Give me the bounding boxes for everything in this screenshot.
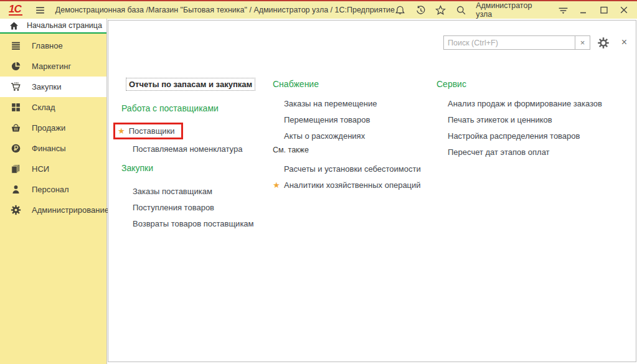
sidebar-item-label: Администрирование — [32, 205, 109, 215]
see-also-label: См. также — [273, 146, 432, 154]
sidebar-item-sklad[interactable]: Склад — [0, 97, 106, 118]
group-header-supply: Снабжение — [273, 79, 432, 89]
favorites-star-icon[interactable] — [435, 4, 446, 16]
sidebar-item-personal[interactable]: Персонал — [0, 179, 106, 200]
sidebar-item-administrirovanie[interactable]: Администрирование — [0, 200, 106, 220]
reports-stock-purchases-button[interactable]: Отчеты по запасам и закупкам — [126, 78, 255, 91]
favorite-star-icon: ★ — [118, 126, 125, 136]
panel-settings-gear-icon[interactable] — [597, 37, 610, 49]
sidebar-item-glavnoe[interactable]: Главное — [0, 35, 106, 56]
sidebar: Начальная страница Главное Маркетинг Зак… — [0, 19, 107, 364]
section-menu-panel: × × Отчеты по запасам и закупкам Работа … — [108, 20, 636, 362]
sidebar-item-label: НСИ — [32, 164, 49, 174]
sidebar-item-marketing[interactable]: Маркетинг — [0, 56, 106, 77]
close-window-button[interactable] — [618, 4, 630, 16]
link-cost-calculations[interactable]: Расчеты и установки себестоимости — [273, 161, 432, 177]
link-operation-analytics[interactable]: ★ Аналитики хозяйственных операций — [273, 177, 432, 193]
group-header-suppliers-work: Работа с поставщиками — [121, 103, 268, 113]
panel-close-icon[interactable]: × — [621, 36, 627, 49]
history-icon[interactable] — [415, 4, 427, 16]
sidebar-item-label: Финансы — [32, 144, 66, 153]
sidebar-item-nsi[interactable]: НСИ — [0, 159, 106, 179]
group-header-service: Сервис — [436, 79, 637, 89]
home-page-tab[interactable]: Начальная страница — [0, 19, 106, 34]
link-sales-analysis[interactable]: Анализ продаж и формирование заказов — [436, 95, 637, 111]
home-page-label: Начальная страница — [27, 21, 102, 30]
maximize-button[interactable] — [598, 4, 610, 16]
search-input[interactable] — [443, 35, 575, 50]
link-move-orders[interactable]: Заказы на перемещение — [273, 95, 432, 111]
1c-logo-icon[interactable]: 1С — [9, 4, 22, 16]
menu-lines-icon — [11, 40, 21, 51]
group-header-purchases: Закупки — [121, 163, 268, 173]
link-goods-movements[interactable]: Перемещения товаров — [273, 111, 432, 128]
cart-icon — [11, 82, 21, 92]
sidebar-item-prodazhi[interactable]: Продажи — [0, 118, 106, 138]
home-icon — [9, 21, 19, 30]
service-menu-icon[interactable] — [558, 4, 569, 16]
favorite-star-icon: ★ — [273, 180, 280, 190]
titlebar: 1С Демонстрационная база /Магазин "Бытов… — [0, 1, 637, 19]
notifications-bell-icon[interactable] — [395, 4, 406, 16]
search-group: × — [443, 35, 590, 50]
link-label: Аналитики хозяйственных операций — [284, 180, 421, 190]
person-icon — [11, 184, 21, 195]
basket-icon — [11, 123, 21, 133]
sidebar-item-zakupki[interactable]: Закупки — [0, 77, 106, 97]
current-user-label[interactable]: Администратор узла — [476, 1, 549, 19]
link-discrepancy-acts[interactable]: Акты о расхождениях — [273, 128, 432, 144]
sidebar-item-label: Главное — [32, 41, 63, 50]
link-orders-to-suppliers[interactable]: Заказы поставщикам — [121, 183, 268, 199]
column-supply: Снабжение Заказы на перемещение Перемеще… — [273, 79, 432, 193]
sidebar-item-label: Закупки — [32, 82, 61, 91]
search-clear-icon[interactable]: × — [575, 35, 590, 50]
highlight-box: ★ Поставщики — [113, 123, 183, 139]
link-distribution-setup[interactable]: Настройка распределения товаров — [436, 128, 637, 144]
global-search-icon[interactable] — [456, 4, 467, 16]
pie-chart-icon — [11, 61, 21, 72]
grid-icon — [11, 102, 21, 113]
sidebar-item-label: Маркетинг — [32, 62, 71, 71]
gear-icon — [11, 205, 21, 215]
column-purchasing: Отчеты по запасам и закупкам Работа с по… — [121, 78, 268, 231]
main-menu-icon[interactable] — [35, 5, 45, 16]
link-payment-dates[interactable]: Пересчет дат этапов оплат — [436, 144, 637, 160]
minimize-button[interactable] — [578, 4, 589, 16]
sidebar-item-label: Склад — [32, 103, 55, 112]
link-supplied-nomenclature[interactable]: Поставляемая номенклатура — [121, 141, 268, 157]
sidebar-item-label: Персонал — [32, 185, 69, 194]
link-label-printing[interactable]: Печать этикеток и ценников — [436, 111, 637, 128]
link-returns-to-suppliers[interactable]: Возвраты товаров поставщикам — [121, 215, 268, 231]
sidebar-item-label: Продажи — [32, 123, 65, 133]
sidebar-item-finansy[interactable]: Финансы — [0, 138, 106, 159]
window-title: Демонстрационная база /Магазин "Бытовая … — [55, 6, 395, 14]
books-icon — [11, 164, 21, 174]
ruble-icon — [11, 143, 21, 154]
link-suppliers[interactable]: Поставщики — [129, 126, 175, 136]
link-goods-receipts[interactable]: Поступления товаров — [121, 199, 268, 215]
column-service: Сервис Анализ продаж и формирование зака… — [436, 79, 637, 160]
